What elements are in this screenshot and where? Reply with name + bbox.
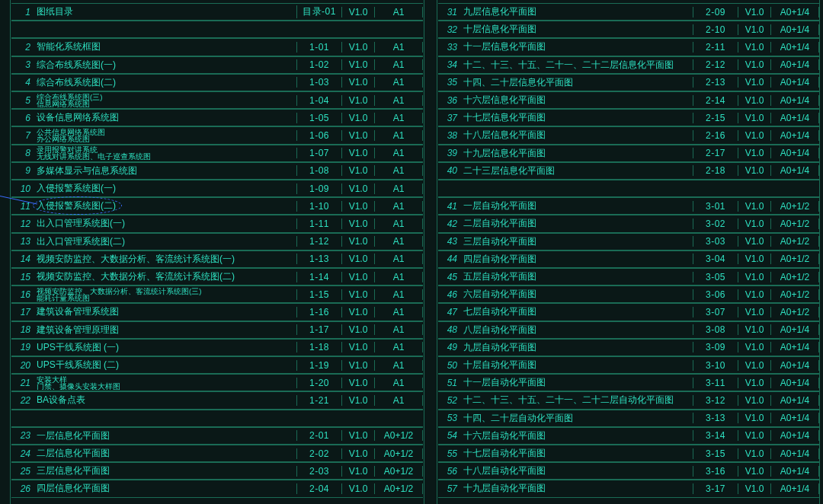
table-border-rl <box>437 0 437 504</box>
drawing-code: 1-14 <box>296 272 341 282</box>
row-description: 多媒体显示与信息系统图 <box>32 164 296 177</box>
drawing-code: 3-02 <box>693 219 738 229</box>
version: V1.0 <box>341 483 374 494</box>
drawing-code: 2-03 <box>296 466 341 477</box>
row-description: 二层信息化平面图 <box>32 447 296 460</box>
drawing-code: 2-14 <box>693 95 738 106</box>
version: V1.0 <box>341 95 374 106</box>
drawing-code: 1-04 <box>296 95 341 106</box>
version: V1.0 <box>341 254 374 264</box>
version: V1.0 <box>738 360 770 371</box>
row-number: 25 <box>11 466 32 477</box>
row-number: 52 <box>438 395 459 406</box>
version: V1.0 <box>341 289 374 300</box>
row-number: 15 <box>11 272 32 282</box>
version: V1.0 <box>738 307 770 317</box>
drawing-code: 3-10 <box>693 360 738 371</box>
version: V1.0 <box>341 236 374 247</box>
table-row: 17建筑设备管理系统图1-16V1.0A1 <box>11 303 423 321</box>
row-number: 22 <box>11 395 32 406</box>
drawing-code: 2-17 <box>693 148 738 158</box>
drawing-code: 3-08 <box>693 324 738 335</box>
row-description: 十层信息化平面图 <box>459 23 693 36</box>
drawing-code: 3-11 <box>693 378 738 388</box>
row-description-line: 门禁、摄像头安装大样图 <box>37 383 296 390</box>
drawing-code: 1-03 <box>296 77 341 88</box>
row-number: 55 <box>438 448 459 459</box>
row-description: 图纸目录 <box>32 5 296 18</box>
sheet-size: A0+1/4 <box>770 77 819 88</box>
row-number: 37 <box>438 113 459 123</box>
row-description: 六层自动化平面图 <box>459 288 693 301</box>
row-description: 十七层自动化平面图 <box>459 447 693 460</box>
sheet-size: A0+1/4 <box>770 395 819 406</box>
drawing-code: 1-02 <box>296 59 341 70</box>
drawing-code: 1-21 <box>296 395 341 406</box>
table-row: 2智能化系统框图1-01V1.0A1 <box>11 38 423 56</box>
row-description: 安装大样门禁、摄像头安装大样图 <box>32 376 296 390</box>
sheet-size: A0+1/4 <box>770 113 819 123</box>
row-description: 十八层信息化平面图 <box>459 129 693 142</box>
drawing-code: 1-08 <box>296 165 341 176</box>
right-table: 31九层信息化平面图2-09V1.0A0+1/432十层信息化平面图2-10V1… <box>438 0 819 504</box>
sheet-size: A1 <box>374 254 423 264</box>
row-description: 十一层信息化平面图 <box>459 40 693 53</box>
row-description: 建筑设备管理原理图 <box>32 324 296 337</box>
row-number: 50 <box>438 360 459 371</box>
row-number: 43 <box>438 236 459 247</box>
row-number: 21 <box>11 378 32 388</box>
drawing-code: 3-04 <box>693 254 738 264</box>
sheet-size: A0+1/4 <box>770 378 819 388</box>
drawing-code: 2-11 <box>693 42 738 53</box>
row-description: 五层自动化平面图 <box>459 270 693 283</box>
row-description: 十七层信息化平面图 <box>459 111 693 124</box>
row-number: 48 <box>438 324 459 335</box>
row-number: 9 <box>11 165 32 176</box>
row-description: 七层自动化平面图 <box>459 305 693 318</box>
table-row: 52十二、十三、十五、二十一、二十二层自动化平面图3-12V1.0A0+1/4 <box>438 391 819 409</box>
version: V1.0 <box>738 324 770 335</box>
version: V1.0 <box>341 466 374 477</box>
drawing-code: 1-16 <box>296 307 341 317</box>
version: V1.0 <box>738 395 770 406</box>
sheet-size: A1 <box>374 342 423 352</box>
row-number: 54 <box>438 430 459 441</box>
table-row: 46六层自动化平面图3-06V1.0A0+1/2 <box>438 285 819 303</box>
sheet-size: A1 <box>374 324 423 335</box>
drawing-code: 1-07 <box>296 148 341 158</box>
version: V1.0 <box>738 201 770 212</box>
row-description: UPS干线系统图 (二) <box>32 359 296 372</box>
row-description: 二十三层信息化平面图 <box>459 164 693 177</box>
row-description: 十二、十三、十五、二十一、二十二层自动化平面图 <box>459 394 693 407</box>
version: V1.0 <box>738 430 770 441</box>
sheet-size: A0+1/2 <box>770 272 819 282</box>
sheet-size: A0+1/2 <box>374 448 423 459</box>
drawing-code: 3-12 <box>693 395 738 406</box>
drawing-code: 3-03 <box>693 236 738 247</box>
row-number: 47 <box>438 307 459 317</box>
row-number: 44 <box>438 254 459 264</box>
row-description: 十八层自动化平面图 <box>459 464 693 477</box>
drawing-code: 2-18 <box>693 165 738 176</box>
drawing-code: 3-07 <box>693 307 738 317</box>
drawing-code: 2-15 <box>693 113 738 123</box>
sheet-size: A1 <box>374 360 423 371</box>
row-description-line: 无线对讲系统图、电子巡查系统图 <box>37 153 296 160</box>
drawing-code: 1-05 <box>296 113 341 123</box>
version: V1.0 <box>341 59 374 70</box>
version: V1.0 <box>738 219 770 229</box>
drawing-code: 3-13 <box>693 413 738 423</box>
row-number: 40 <box>438 165 459 176</box>
table-row: 42二层自动化平面图3-02V1.0A0+1/2 <box>438 215 819 232</box>
row-number: 51 <box>438 378 459 388</box>
table-row: 1图纸目录目录-01V1.0A1 <box>11 3 423 21</box>
drawing-code: 3-15 <box>693 448 738 459</box>
table-row: 47七层自动化平面图3-07V1.0A0+1/2 <box>438 303 819 321</box>
sheet-size: A1 <box>374 272 423 282</box>
sheet-size: A0+1/2 <box>770 236 819 247</box>
drawing-code: 2-10 <box>693 24 738 35</box>
version: V1.0 <box>738 342 770 352</box>
row-number: 35 <box>438 77 459 88</box>
row-description: 综合布线系统图(二) <box>32 76 296 89</box>
sheet-size: A1 <box>374 42 423 53</box>
